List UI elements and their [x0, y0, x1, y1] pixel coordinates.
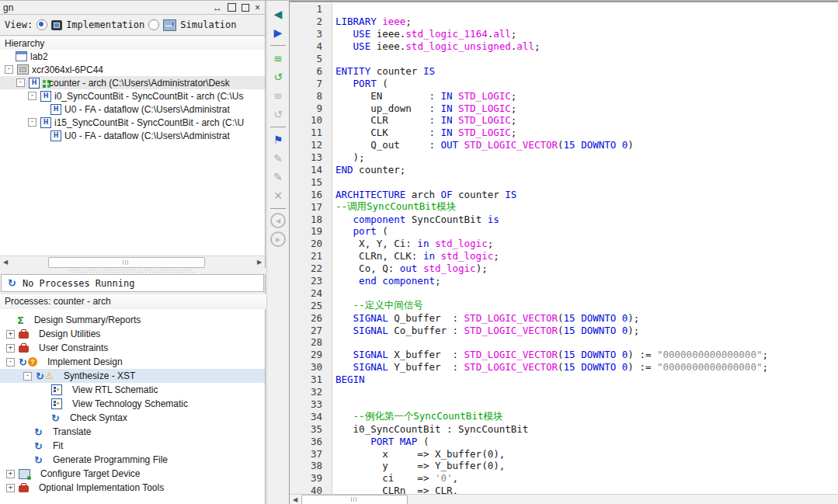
code-text-area[interactable]: 12LIBRARY ieee;3 USE ieee.std_logic_1164… — [290, 3, 838, 495]
code-line-text: SIGNAL Q_buffer : STD_LOGIC_VECTOR(15 DO… — [332, 312, 639, 324]
flag-icon[interactable]: ⚑ — [269, 131, 287, 148]
schematic-icon — [51, 384, 62, 395]
process-item-label: Design Utilities — [39, 328, 100, 339]
restore-panel-icon[interactable] — [242, 4, 249, 12]
code-line-text: EN : IN STD_LOGIC; — [332, 90, 516, 102]
vhdl-file-icon: H — [50, 130, 61, 141]
line-number: 4 — [290, 40, 332, 53]
hierarchy-hscrollbar[interactable]: ◀ ▶ — [0, 255, 265, 268]
process-item[interactable]: -↻⚠Synthesize - XST — [0, 369, 265, 383]
line-number: 8 — [290, 89, 332, 102]
vhdl-file-icon: H — [50, 104, 61, 115]
process-properties-disabled-icon[interactable]: ≡ — [269, 87, 287, 104]
process-item[interactable]: View Technology Schematic — [0, 397, 265, 411]
reset-process-icon[interactable]: ↺ — [269, 68, 287, 85]
code-line-text: up_down : IN STD_LOGIC; — [332, 103, 516, 114]
collapse-icon[interactable]: - — [28, 92, 37, 100]
process-item[interactable]: ↻Check Syntax — [0, 411, 265, 425]
hierarchy-item[interactable]: -Hi15_SyncCountBit - SyncCountBit - arch… — [0, 116, 265, 129]
nav-forward-icon[interactable]: ▶ — [270, 231, 286, 247]
panel-splitter[interactable] — [0, 268, 266, 274]
delete-marker-disabled-icon[interactable]: ✕ — [269, 187, 287, 204]
hierarchy-item[interactable]: HU0 - FA - dataflow (C:\Users\Administra… — [0, 103, 265, 116]
scroll-right-icon[interactable]: ▶ — [254, 257, 265, 267]
process-item[interactable]: View RTL Schematic — [0, 383, 265, 397]
process-item[interactable]: ↻Fit — [0, 439, 265, 453]
process-item[interactable]: +User Constraints — [0, 341, 265, 355]
vhdl-file-icon: H — [40, 91, 51, 102]
line-number: 30 — [290, 361, 332, 374]
simulation-radio[interactable] — [148, 19, 159, 30]
code-line: 28 — [290, 336, 838, 349]
expand-icon[interactable]: + — [6, 484, 15, 492]
maximize-panel-icon[interactable] — [228, 3, 236, 12]
implementation-radio[interactable] — [37, 19, 47, 30]
hierarchy-tree[interactable]: lab2-xcr3064xl-6PC44-Hcounter - arch (C:… — [0, 50, 265, 255]
line-number: 1 — [290, 3, 332, 16]
collapse-icon[interactable]: - — [6, 358, 15, 367]
process-item[interactable]: -↻?Implement Design — [0, 355, 265, 369]
code-line-text: y => Y_buffer(0), — [332, 460, 505, 471]
editor-hscroll-thumb[interactable] — [301, 495, 408, 504]
code-line-text: CLR : IN STD_LOGIC; — [332, 114, 516, 126]
process-item-label: Fit — [53, 440, 63, 451]
process-item-label: Synthesize - XST — [64, 370, 136, 381]
goto-next-icon[interactable]: ▶ — [269, 24, 287, 41]
simulation-label[interactable]: Simulation — [180, 19, 236, 30]
process-item[interactable]: +Optional Implementation Tools — [0, 481, 265, 495]
processes-tree[interactable]: ΣDesign Summary/Reports+Design Utilities… — [0, 309, 265, 504]
schematic-icon — [51, 398, 62, 409]
hierarchy-item[interactable]: -Hcounter - arch (C:\Users\Administrator… — [0, 76, 265, 89]
code-editor: 12LIBRARY ieee;3 USE ieee.std_logic_1164… — [289, 1, 838, 504]
reset-all-disabled-icon[interactable]: ↺ — [269, 106, 287, 123]
edit-marker2-disabled-icon[interactable]: ✎ — [269, 169, 287, 186]
scroll-left-icon[interactable]: ◀ — [0, 257, 11, 267]
editor-scroll-left-icon[interactable]: ◀ — [290, 495, 301, 504]
process-item[interactable]: +Configure Target Device — [0, 467, 265, 481]
process-item[interactable]: ΣDesign Summary/Reports — [0, 313, 265, 327]
hierarchy-item-label: U0 - FA - dataflow (C:\Users\Administrat — [64, 130, 230, 141]
instances-icon — [43, 80, 46, 83]
process-item-label: Optional Implementation Tools — [39, 482, 164, 493]
editor-hscrollbar[interactable]: ◀ — [290, 494, 838, 504]
expand-icon[interactable]: + — [6, 470, 15, 478]
line-number: 19 — [290, 225, 332, 238]
collapse-icon[interactable]: - — [23, 372, 32, 381]
collapse-icon[interactable]: - — [28, 118, 37, 127]
line-number: 26 — [290, 311, 332, 324]
float-panel-icon[interactable]: ↔ — [213, 3, 222, 12]
hscroll-thumb[interactable] — [48, 257, 205, 268]
code-line: 2LIBRARY ieee; — [290, 16, 838, 28]
hierarchy-item[interactable]: -Hi0_SyncCountBit - SyncCountBit - arch … — [0, 89, 265, 103]
hierarchy-item[interactable]: HU0 - FA - dataflow (C:\Users\Administra… — [0, 129, 265, 142]
expand-icon[interactable]: + — [6, 344, 15, 353]
hierarchy-item[interactable]: -xcr3064xl-6PC44 — [0, 63, 265, 76]
collapse-icon[interactable]: - — [5, 65, 13, 74]
code-line: 20 X, Y, Ci: in std_logic; — [290, 238, 838, 250]
close-panel-icon[interactable]: × — [255, 3, 260, 12]
code-line-text: USE ieee.std_logic_unsigned.all; — [332, 40, 540, 52]
refresh-icon: ↻ — [34, 441, 43, 451]
line-number: 37 — [290, 447, 332, 460]
process-properties-icon[interactable]: ≡ — [269, 50, 287, 67]
process-item[interactable]: ↻Translate — [0, 425, 265, 439]
view-bar: View: Implementation Simulation — [0, 14, 265, 36]
code-line: 39 ci => '0', — [290, 472, 838, 485]
collapse-icon[interactable]: - — [16, 78, 25, 87]
line-number: 15 — [290, 176, 332, 188]
code-line-text: ci => '0', — [332, 472, 458, 484]
line-number: 32 — [290, 386, 332, 398]
nav-back-icon[interactable]: ◀ — [270, 213, 286, 228]
process-item[interactable]: ↻Generate Programming File — [0, 453, 265, 467]
code-line: 7 PORT ( — [290, 77, 838, 89]
hierarchy-item-label: xcr3064xl-6PC44 — [32, 64, 103, 75]
process-item[interactable]: +Design Utilities — [0, 327, 265, 341]
goto-previous-icon[interactable]: ◀ — [269, 5, 287, 23]
refresh-icon: ↻ — [51, 413, 60, 423]
status-text: No Processes Running — [23, 278, 135, 289]
implementation-label[interactable]: Implementation — [66, 19, 144, 30]
process-item-label: View Technology Schematic — [72, 398, 188, 409]
edit-marker-disabled-icon[interactable]: ✎ — [269, 150, 287, 167]
expand-icon[interactable]: + — [6, 330, 15, 339]
hierarchy-item[interactable]: lab2 — [0, 50, 265, 63]
